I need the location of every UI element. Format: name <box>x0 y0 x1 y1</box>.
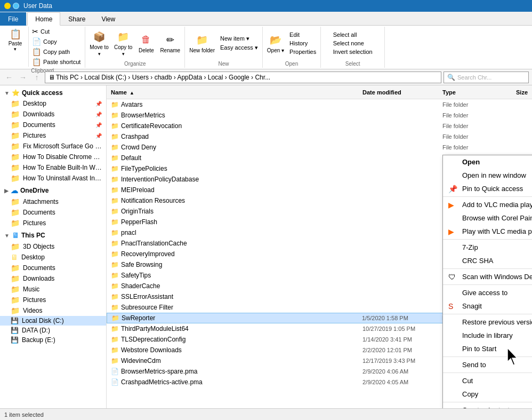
sidebar-item-attachments[interactable]: 📁 Attachments <box>0 196 106 207</box>
ctx-add-vlc[interactable]: ▶ Add to VLC media player's Playlist <box>443 198 532 211</box>
ctx-include-library[interactable]: Include in library › <box>443 329 532 342</box>
col-type-header[interactable]: Type <box>442 89 485 96</box>
new-folder-button[interactable]: 📁 New folder <box>187 33 217 54</box>
ctx-open[interactable]: Open <box>443 155 532 169</box>
sidebar-item-recent-4[interactable]: 📁 How To Uninstall Avast In Windows 10 <box>0 173 106 184</box>
file-icon: 📁 <box>111 293 119 300</box>
ctx-restore-prev[interactable]: Restore previous versions <box>443 315 532 329</box>
ctx-create-shortcut[interactable]: Create shortcut <box>443 403 532 408</box>
up-button[interactable]: ↑ <box>31 72 43 83</box>
sidebar-item-3dobjects[interactable]: 📁 3D Objects <box>0 241 106 252</box>
invert-selection-button[interactable]: Invert selection <box>331 48 375 56</box>
sidebar-item-music[interactable]: 📁 Music <box>0 284 106 295</box>
quick-access-icon: ⭐ <box>12 89 20 97</box>
cut-button[interactable]: ✂ Cut <box>30 27 83 36</box>
sidebar-item-pc-documents[interactable]: 📁 Documents <box>0 263 106 273</box>
ctx-browse-corel[interactable]: Browse with Corel PaintShop Pro 2020 <box>443 211 532 225</box>
file-name-text: SSLErrorAssistant <box>121 293 173 300</box>
address-path[interactable]: 🖥 This PC › Local Disk (C:) › Users › ch… <box>45 72 441 83</box>
back-button[interactable]: ← <box>3 72 15 83</box>
properties-button[interactable]: Properties <box>287 48 318 56</box>
thispc-header[interactable]: ▼ 🖥 This PC <box>0 229 106 241</box>
sidebar-item-od-pictures[interactable]: 📁 Pictures <box>0 218 106 228</box>
minimize-icon[interactable] <box>4 3 11 9</box>
ctx-send-to[interactable]: Send to › <box>443 358 532 371</box>
copy-to-button[interactable]: 📁 Copy to ▾ <box>112 29 134 58</box>
easy-access-button[interactable]: Easy access ▾ <box>218 44 260 52</box>
sidebar-item-desktop[interactable]: 📁 Desktop 📌 <box>0 98 106 109</box>
sidebar-item-pc-pictures[interactable]: 📁 Pictures <box>0 295 106 305</box>
new-item-button[interactable]: New item ▾ <box>218 35 260 43</box>
sidebar-item-recent-2[interactable]: 📁 How To Disable Chrome Software Reporte… <box>0 152 106 162</box>
sidebar-item-pc-desktop[interactable]: 🖥 Desktop <box>0 252 106 263</box>
ctx-copy[interactable]: Copy <box>443 387 532 401</box>
ctx-pin-quick-access[interactable]: 📌 Pin to Quick access <box>443 182 532 195</box>
open-label: Open <box>285 60 298 68</box>
file-name-cell: 📁 Subresource Filter <box>111 304 362 311</box>
select-all-button[interactable]: Select all <box>331 31 375 38</box>
sidebar-item-downloads[interactable]: 📁 Downloads 📌 <box>0 109 106 120</box>
col-size-header[interactable]: Size <box>485 89 528 96</box>
file-list[interactable]: Name ▲ Date modified Type Size 📁 Avatars… <box>107 85 532 408</box>
sidebar-item-od-documents[interactable]: 📁 Documents <box>0 207 106 218</box>
search-box[interactable]: 🔍 Search Chr... <box>444 72 529 83</box>
forward-button[interactable]: → <box>17 72 29 83</box>
ctx-crc-sha[interactable]: CRC SHA › <box>443 254 532 267</box>
title-bar-icons <box>4 3 19 9</box>
table-row[interactable]: 📁 CertificateRevocation File folder <box>107 121 532 131</box>
edit-button[interactable]: Edit <box>287 31 318 38</box>
tab-view[interactable]: View <box>93 12 123 26</box>
folder-icon: 📁 <box>11 306 20 315</box>
ctx-pin-start[interactable]: Pin to Start <box>443 342 532 355</box>
table-row[interactable]: 📁 Avatars File folder <box>107 99 532 110</box>
ctx-7zip[interactable]: 7-Zip › <box>443 241 532 254</box>
sidebar-item-pictures[interactable]: 📁 Pictures 📌 <box>0 130 106 141</box>
copy-button[interactable]: 📄 Copy <box>30 37 83 46</box>
ctx-give-access[interactable]: Give access to › <box>443 286 532 299</box>
table-row[interactable]: 📁 Crowd Deny File folder <box>107 142 532 153</box>
move-to-button[interactable]: 📦 Move to ▾ <box>87 29 111 58</box>
folder-icon: 📁 <box>11 110 20 118</box>
select-none-button[interactable]: Select none <box>331 39 375 47</box>
open-button[interactable]: 📂 Open ▾ <box>265 33 286 54</box>
file-icon: 📁 <box>111 282 119 290</box>
rename-button[interactable]: ✏ Rename <box>158 33 182 54</box>
sidebar-item-backup-e[interactable]: 💾 Backup (E:) <box>0 335 106 345</box>
ctx-scan-defender[interactable]: 🛡 Scan with Windows Defender... <box>443 270 532 283</box>
onedrive-header[interactable]: ▶ ☁ OneDrive <box>0 185 106 196</box>
pin-icon: 📌 <box>95 112 102 117</box>
paste-shortcut-button[interactable]: 📋 Paste shortcut <box>30 57 83 67</box>
ctx-separator-5 <box>443 314 532 314</box>
ctx-cut[interactable]: Cut <box>443 374 532 387</box>
col-date-header[interactable]: Date modified <box>362 89 442 96</box>
table-row[interactable]: 📁 BrowserMetrics File folder <box>107 110 532 121</box>
ctx-play-vlc[interactable]: ▶ Play with VLC media player <box>443 225 532 238</box>
sidebar-item-recent-3[interactable]: 📁 How To Enable Built-In Windows 10 Admi… <box>0 162 106 173</box>
table-row[interactable]: 📁 Crashpad File folder <box>107 131 532 142</box>
history-button[interactable]: History <box>287 39 318 47</box>
sidebar-item-documents[interactable]: 📁 Documents 📌 <box>0 120 106 130</box>
tab-share[interactable]: Share <box>60 12 93 26</box>
tab-file[interactable]: File <box>0 12 26 26</box>
tab-home[interactable]: Home <box>27 12 60 26</box>
paste-button[interactable]: 📋 Paste ▾ <box>2 27 29 67</box>
file-name-text: SafetyTips <box>121 272 151 279</box>
quick-access-header[interactable]: ▼ ⭐ Quick access <box>0 88 106 98</box>
file-name-text: Subresource Filter <box>121 304 173 311</box>
file-date-cell: 1/14/2020 3:41 PM <box>362 336 442 343</box>
sidebar-item-pc-downloads[interactable]: 📁 Downloads <box>0 273 106 284</box>
maximize-icon[interactable] <box>13 3 19 9</box>
ctx-snagit[interactable]: S Snagit › <box>443 299 532 313</box>
sidebar-item-videos[interactable]: 📁 Videos <box>0 305 106 316</box>
file-name-cell: 📄 CrashpadMetrics-active.pma <box>111 378 362 386</box>
sidebar-item-local-disk-c[interactable]: 💾 Local Disk (C:) <box>0 316 106 326</box>
open-icon: 📂 <box>269 34 282 46</box>
copy-path-button[interactable]: 📋 Copy path <box>30 47 83 57</box>
ribbon: 📋 Paste ▾ ✂ Cut 📄 Copy 📋 Copy path <box>0 26 532 69</box>
sidebar-item-data-d[interactable]: 💾 DATA (D:) <box>0 326 106 335</box>
copy-to-icon: 📁 <box>117 30 130 43</box>
ctx-open-new-window[interactable]: Open in new window <box>443 169 532 182</box>
col-name-header[interactable]: Name ▲ <box>111 89 362 96</box>
sidebar-item-recent-1[interactable]: 📁 Fix Microsoft Surface Go Won't Connect… <box>0 141 106 152</box>
delete-button[interactable]: 🗑 Delete <box>135 33 157 54</box>
